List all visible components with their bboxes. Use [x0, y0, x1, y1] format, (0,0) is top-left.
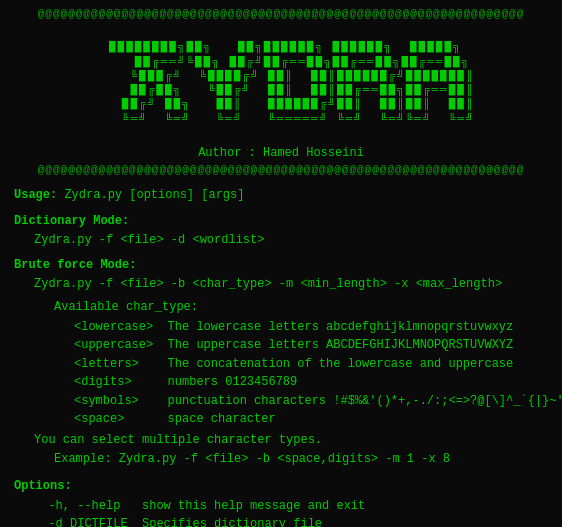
usage-label: Usage:: [14, 188, 57, 202]
options-list: -h, --help show this help message and ex…: [34, 497, 548, 527]
author-label: Author: [198, 146, 241, 160]
char-type-lowercase: <lowercase> The lowercase letters abcdef…: [74, 318, 548, 337]
dict-mode-command: Zydra.py -f <file> -d <wordlist>: [34, 231, 548, 250]
author-separator: :: [249, 146, 263, 160]
option-dictfile: -d DICTFILE Specifies dictionary file: [34, 515, 548, 527]
dict-mode-section: Dictionary Mode: Zydra.py -f <file> -d <…: [14, 212, 548, 250]
ascii-logo: ████████╗██╗ ██╗██████╗ ██████╗ █████╗ █…: [0, 26, 562, 140]
logo-line-3: ╚███╔╝ ╚████╔╝ ██║ ██║██████╔╝███████║: [87, 70, 474, 82]
dots-bottom: @@@@@@@@@@@@@@@@@@@@@@@@@@@@@@@@@@@@@@@@…: [0, 164, 562, 176]
logo-line-4: ██╔██╗ ╚██╔╝ ██║ ██║██╔══██╗██╔══██║: [87, 84, 474, 96]
char-type-uppercase: <uppercase> The uppercase letters ABCDEF…: [74, 336, 548, 355]
dict-mode-label: Dictionary Mode:: [14, 212, 548, 231]
char-type-space: <space> space character: [74, 410, 548, 429]
usage-section: Usage: Zydra.py [options] [args]: [14, 186, 548, 205]
usage-command: Zydra.py [options] [args]: [64, 188, 244, 202]
author-name: Hamed Hosseini: [263, 146, 364, 160]
char-type-letters: <letters> The concatenation of the lower…: [74, 355, 548, 374]
example-label: Example:: [54, 452, 112, 466]
logo-line-1: ████████╗██╗ ██╗██████╗ ██████╗ █████╗: [92, 41, 470, 53]
char-types-list: <lowercase> The lowercase letters abcdef…: [74, 318, 548, 430]
header-section: @@@@@@@@@@@@@@@@@@@@@@@@@@@@@@@@@@@@@@@@…: [0, 0, 562, 180]
logo-line-2: ██╔══╝╚██╗ ██╔╝██╔══██╗██╔══██╗██╔══██╗: [92, 56, 470, 68]
multi-note: You can select multiple character types.: [34, 431, 548, 450]
author-line: Author : Hamed Hosseini: [0, 146, 562, 160]
example-line: Example: Zydra.py -f <file> -b <space,di…: [54, 450, 548, 469]
avail-char-label: Available char_type:: [54, 298, 548, 317]
dots-top: @@@@@@@@@@@@@@@@@@@@@@@@@@@@@@@@@@@@@@@@…: [0, 8, 562, 20]
char-type-symbols: <symbols> punctuation characters !#$%&'(…: [74, 392, 548, 411]
char-type-digits: <digits> numbers 0123456789: [74, 373, 548, 392]
brute-mode-label: Brute force Mode:: [14, 256, 548, 275]
logo-line-6: ╚═╝ ╚═╝ ╚═╝ ╚═════╝ ╚═╝ ╚═╝╚═╝ ╚═╝: [87, 113, 474, 125]
brute-mode-section: Brute force Mode: Zydra.py -f <file> -b …: [14, 256, 548, 470]
option-help: -h, --help show this help message and ex…: [34, 497, 548, 516]
content-section: Usage: Zydra.py [options] [args] Diction…: [0, 180, 562, 527]
options-section: Options: -h, --help show this help messa…: [14, 477, 548, 527]
options-label: Options:: [14, 477, 548, 496]
brute-mode-command: Zydra.py -f <file> -b <char_type> -m <mi…: [34, 275, 548, 294]
logo-line-5: ██╔╝ ██╗ ██║ ██████╔╝██║ ██║██║ ██║: [87, 98, 474, 110]
